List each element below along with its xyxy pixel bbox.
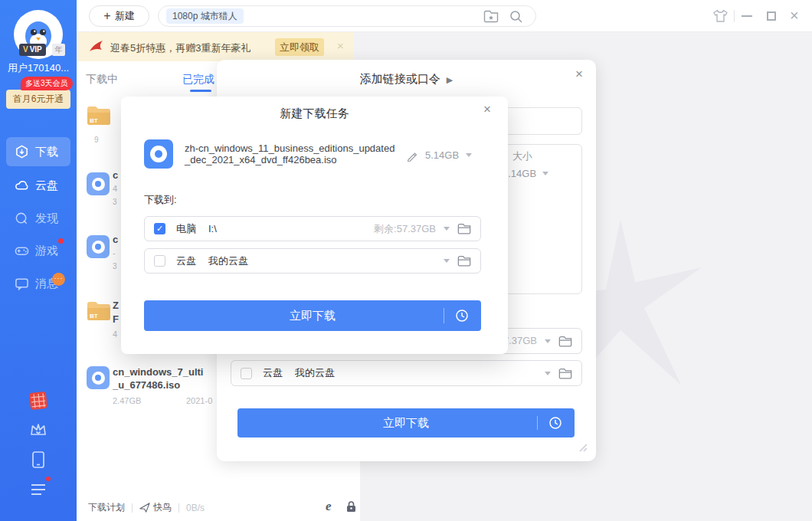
download-plan-link[interactable]: 下载计划 — [88, 501, 125, 514]
bt-folder-icon: BT — [87, 301, 111, 323]
destination-label: 云盘 — [176, 254, 196, 268]
list-fragment: 4 — [113, 184, 117, 193]
ie-browser-icon[interactable]: e — [326, 499, 332, 514]
theme-skin-icon[interactable] — [712, 8, 729, 24]
task-file-size: 5.14GB — [425, 149, 472, 161]
username[interactable]: 用户170140... — [0, 61, 77, 75]
destination-path: 我的云盘 — [295, 366, 335, 380]
tab-downloading[interactable]: 下载中 — [86, 73, 118, 87]
minimize-button[interactable] — [742, 15, 752, 17]
modal-title: 新建下载任务 — [121, 106, 508, 121]
checkbox-checked[interactable]: ✓ — [154, 223, 165, 234]
active-tab-underline — [190, 90, 211, 92]
edit-name-icon[interactable] — [407, 150, 418, 162]
gamepad-icon — [15, 244, 29, 258]
chat-icon — [15, 277, 29, 291]
chevron-down-icon[interactable] — [444, 259, 450, 263]
cloud-icon — [15, 179, 29, 193]
destination-row-cloud[interactable]: 云盘 我的云盘 — [231, 360, 582, 386]
search-icon[interactable] — [509, 10, 523, 24]
chevron-down-icon[interactable] — [444, 227, 450, 231]
schedule-download-icon[interactable] — [455, 309, 469, 323]
checkbox-unchecked[interactable] — [154, 255, 165, 267]
sidebar-item-cloud[interactable]: 云盘 — [6, 171, 70, 200]
red-packet-grid-icon[interactable] — [28, 390, 50, 412]
close-window-button[interactable]: × — [790, 7, 799, 25]
remaining-space: 剩余:57.37GB — [374, 222, 436, 236]
schedule-download-icon[interactable] — [548, 416, 562, 430]
status-bar: 下载计划 快鸟 0B/s e — [77, 494, 360, 521]
speed-value: 0B/s — [186, 503, 205, 513]
folder-browse-icon[interactable] — [457, 223, 471, 234]
file-size-value: 5.14GB — [503, 168, 548, 179]
mobile-phone-icon[interactable] — [28, 450, 48, 470]
button-divider — [537, 416, 538, 430]
sidebar: VVIP 年 用户170140... 多送3天会员 首月6元开通 下载 云盘 发… — [0, 0, 77, 521]
task-file-name: zh-cn_windows_11_business_editions_updat… — [185, 143, 408, 165]
folder-browse-icon[interactable] — [558, 368, 572, 379]
search-keyword-tag[interactable]: 1080p 城市猎人 — [166, 8, 244, 24]
speed-bird-icon — [89, 40, 103, 54]
menu-notification-dot — [46, 477, 51, 481]
chevron-down-icon[interactable] — [545, 339, 551, 343]
download-now-button[interactable]: 立即下载 — [144, 300, 481, 331]
iso-file-icon — [144, 139, 173, 169]
vip-badge[interactable]: VVIP — [19, 44, 46, 56]
destination-row-pc[interactable]: ✓ 电脑 I:\ 剩余:57.37GB — [144, 216, 481, 241]
iso-file-icon[interactable] — [87, 172, 110, 195]
banner-close-icon[interactable]: × — [337, 39, 344, 52]
claim-now-button[interactable]: 立即领取 — [275, 38, 324, 56]
new-task-button[interactable]: + 新建 — [89, 5, 149, 27]
destination-path: I:\ — [208, 223, 217, 234]
chevron-down-icon[interactable] — [542, 172, 548, 175]
divider — [734, 10, 735, 22]
resize-handle[interactable] — [578, 443, 588, 452]
bt-folder-icon: BT — [87, 106, 111, 127]
destination-row-cloud[interactable]: 云盘 我的云盘 — [144, 248, 481, 274]
collection-folder-icon[interactable] — [483, 10, 499, 23]
file-date: 2021-0 — [186, 396, 212, 405]
more-menu-icon[interactable] — [28, 480, 48, 500]
topbar: + 新建 1080p 城市猎人 × — [77, 0, 812, 32]
list-fragment: c — [113, 233, 118, 246]
new-task-dialog: × 新建下载任务 zh-cn_windows_11_business_editi… — [121, 97, 508, 354]
list-fragment: F — [113, 313, 119, 326]
checkbox-unchecked[interactable] — [241, 368, 252, 379]
list-item[interactable]: BT — [87, 106, 111, 127]
svg-text:BT: BT — [90, 117, 98, 124]
lock-icon[interactable] — [345, 500, 357, 513]
vip-year-badge: 年 — [52, 44, 65, 56]
speedup-link[interactable]: 快鸟 — [153, 501, 172, 514]
chevron-down-icon[interactable] — [466, 153, 472, 157]
expand-arrow-icon[interactable]: ▶ — [447, 75, 453, 84]
speedup-bird-icon — [139, 503, 150, 513]
games-notification-dot — [58, 238, 64, 244]
vip-subscribe-button[interactable]: 首月6元开通 — [6, 90, 70, 109]
folder-browse-icon[interactable] — [457, 255, 471, 267]
download-now-button[interactable]: 立即下载 — [237, 408, 575, 437]
divider — [178, 503, 179, 513]
discover-icon — [15, 211, 29, 226]
sidebar-item-label: 云盘 — [35, 179, 58, 193]
button-divider — [444, 308, 444, 323]
promo-banner: 迎春5折特惠，再赠3重新年豪礼 立即领取 × — [77, 32, 354, 61]
list-fragment: - — [113, 248, 116, 257]
folder-browse-icon[interactable] — [558, 336, 572, 347]
list-item[interactable]: BT — [87, 301, 111, 323]
chevron-down-icon[interactable] — [545, 372, 551, 375]
maximize-button[interactable] — [767, 11, 776, 21]
svg-text:BT: BT — [90, 313, 98, 319]
iso-file-icon[interactable] — [87, 366, 110, 389]
crown-vip-icon[interactable] — [28, 420, 48, 440]
sidebar-item-label: 发现 — [35, 211, 58, 226]
list-fragment: c — [113, 169, 118, 182]
search-input[interactable]: 1080p 城市猎人 — [158, 5, 536, 27]
sidebar-item-download[interactable]: 下载 — [6, 137, 70, 166]
file-name: _u_677486.iso — [113, 378, 180, 392]
iso-file-icon[interactable] — [87, 235, 110, 258]
app-window: 下载中 已完成 5 BT 9 c 4 3 c - 3 — [0, 0, 812, 521]
list-fragment: Z — [113, 299, 119, 312]
sidebar-item-discover[interactable]: 发现 — [6, 204, 70, 233]
list-fragment: 3 — [113, 198, 117, 206]
dialog-title: 添加链接或口令 ▶ — [217, 72, 596, 87]
